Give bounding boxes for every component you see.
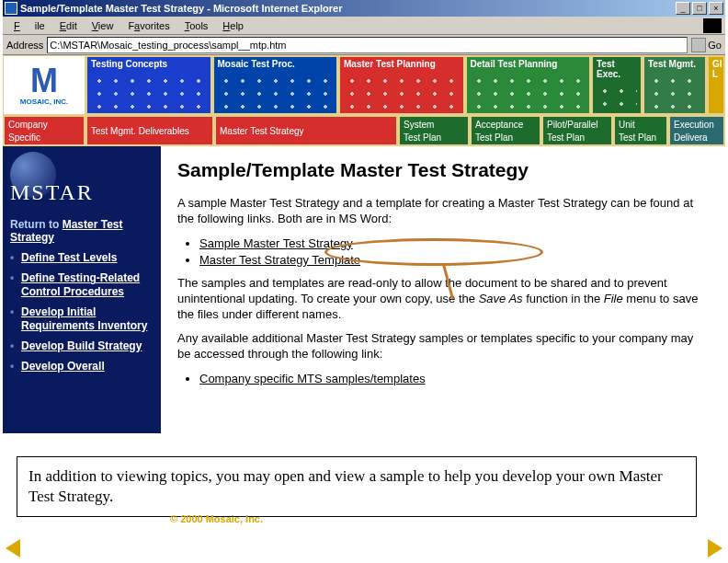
- nav-detail-test-planning[interactable]: Detail Test Planning: [465, 55, 592, 115]
- nav2-system-tp[interactable]: SystemTest Plan: [398, 115, 470, 146]
- sidebar-item-2[interactable]: Develop Initial Requirements Inventory: [10, 302, 154, 336]
- menu-view[interactable]: View: [85, 18, 121, 33]
- caption-box: In addition to viewing topics, you may o…: [17, 456, 697, 517]
- close-button[interactable]: ×: [709, 2, 723, 15]
- forward-icon[interactable]: [708, 539, 722, 557]
- link-sample-mts[interactable]: Sample Master Test Strategy: [199, 236, 353, 250]
- sidebar: MSTAR Return to Master Test Strategy Def…: [3, 146, 161, 433]
- list-item: Company specific MTS samples/templates: [199, 372, 709, 385]
- nav2-acceptance-tp[interactable]: AcceptanceTest Plan: [470, 115, 541, 146]
- sidebar-item-0[interactable]: Define Test Levels: [10, 247, 154, 268]
- nav-gi[interactable]: GI L: [707, 55, 725, 115]
- ie-icon: [5, 2, 17, 15]
- return-link[interactable]: Return to Master Test Strategy: [10, 218, 154, 244]
- logo-text: MOSAIC, INC.: [20, 98, 68, 106]
- nav2-company-specific[interactable]: CompanySpecific: [3, 115, 85, 146]
- link-mts-template[interactable]: Master Test Strategy Template: [199, 253, 360, 267]
- sidebar-item-1[interactable]: Define Testing-Related Control Procedure…: [10, 268, 154, 302]
- address-label: Address: [6, 40, 43, 51]
- sidebar-item-4[interactable]: Develop Overall: [10, 356, 154, 376]
- menu-help[interactable]: Help: [215, 18, 251, 33]
- window-title: Sample/Template Master Test Strategy - M…: [20, 3, 342, 14]
- intro-para: A sample Master Test Strategy and a temp…: [177, 196, 709, 227]
- nav-mosaic-test-proc[interactable]: Mosaic Test Proc.: [212, 55, 339, 115]
- nav-test-exec[interactable]: Test Exec.: [591, 55, 643, 115]
- page-title: Sample/Template Master Test Strategy: [177, 159, 709, 181]
- nav2-unit-tp[interactable]: UnitTest Plan: [613, 115, 668, 146]
- nav-row-1: M MOSAIC, INC. Testing Concepts Mosaic T…: [3, 55, 725, 115]
- readonly-para: The samples and templates are read-only …: [177, 276, 709, 323]
- address-bar: Address Go: [3, 35, 725, 55]
- menu-edit[interactable]: Edit: [52, 18, 85, 33]
- content-area: Sample/Template Master Test Strategy A s…: [161, 146, 725, 433]
- menu-favorites[interactable]: Favorites: [120, 18, 176, 33]
- title-bar: Sample/Template Master Test Strategy - M…: [3, 0, 725, 17]
- nav-row-2: CompanySpecific Test Mgmt. Deliverables …: [3, 115, 725, 146]
- nav2-execution-deliv[interactable]: ExecutionDelivera: [668, 115, 725, 146]
- throbber-icon: [703, 18, 722, 33]
- menu-tools[interactable]: Tools: [177, 18, 216, 33]
- logo-icon: M: [30, 64, 58, 98]
- nav-test-mgmt[interactable]: Test Mgmt.: [643, 55, 707, 115]
- nav-testing-concepts[interactable]: Testing Concepts: [85, 55, 212, 115]
- go-button[interactable]: Go: [691, 38, 722, 52]
- menu-bar: File Edit View Favorites Tools Help: [3, 17, 725, 35]
- nav2-test-mgmt-deliv[interactable]: Test Mgmt. Deliverables: [85, 115, 214, 146]
- menu-file[interactable]: File: [6, 18, 52, 33]
- copyright: © 2000 Mosaic, Inc.: [170, 513, 263, 524]
- sidebar-item-3[interactable]: Develop Build Strategy: [10, 336, 154, 356]
- mstar-brand: MSTAR: [10, 152, 154, 209]
- nav-master-test-planning[interactable]: Master Test Planning: [338, 55, 465, 115]
- additional-para: Any available additional Master Test Str…: [177, 331, 709, 362]
- maximize-button[interactable]: □: [692, 2, 707, 15]
- back-icon[interactable]: [6, 539, 20, 557]
- link-company-mts[interactable]: Company specific MTS samples/templates: [199, 372, 426, 385]
- list-item: Sample Master Test Strategy: [199, 236, 709, 250]
- nav2-master-test-strategy[interactable]: Master Test Strategy: [214, 115, 398, 146]
- mosaic-logo: M MOSAIC, INC.: [3, 55, 85, 115]
- address-input[interactable]: [47, 37, 688, 53]
- list-item: Master Test Strategy Template: [199, 253, 709, 267]
- minimize-button[interactable]: _: [676, 2, 690, 15]
- nav2-pilot-tp[interactable]: Pilot/ParallelTest Plan: [541, 115, 613, 146]
